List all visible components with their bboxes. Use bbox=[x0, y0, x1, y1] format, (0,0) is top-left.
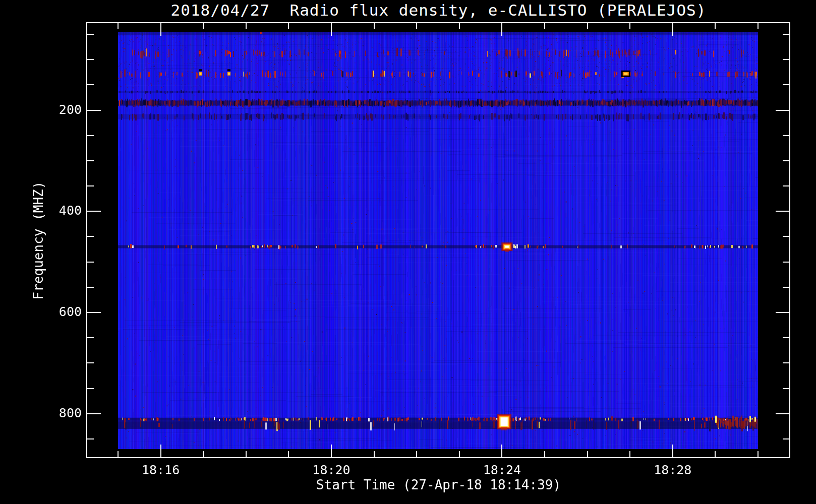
y-tick-label: 600 bbox=[26, 304, 82, 319]
y-tick-label: 400 bbox=[26, 203, 82, 218]
x-tick-label: 18:28 bbox=[637, 463, 708, 477]
x-tick-label: 18:20 bbox=[296, 463, 367, 477]
x-tick-label: 18:16 bbox=[126, 463, 196, 477]
axes-svg bbox=[0, 0, 816, 504]
y-axis-label: Frequency (MHZ) bbox=[31, 181, 46, 300]
x-axis-label: Start Time (27-Apr-18 18:14:39) bbox=[86, 477, 791, 492]
y-tick-label: 800 bbox=[26, 406, 82, 420]
y-tick-label: 200 bbox=[26, 102, 82, 117]
x-tick-label: 18:24 bbox=[467, 463, 537, 477]
spectrogram-page: 2018/04/27 Radio flux density, e-CALLIST… bbox=[0, 0, 816, 504]
